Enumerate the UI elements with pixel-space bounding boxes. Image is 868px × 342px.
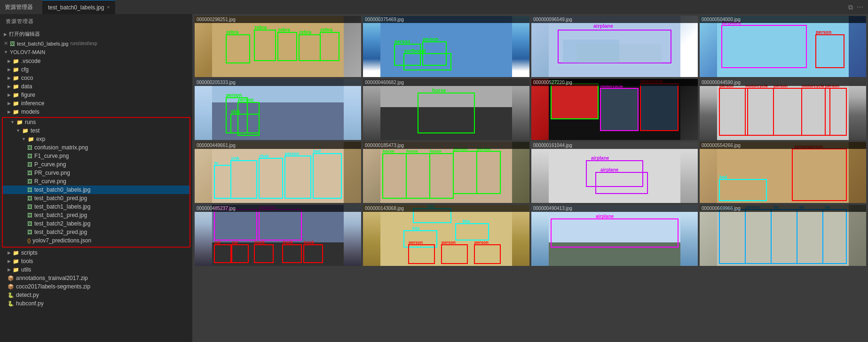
image-preview-14: airplane: [531, 205, 698, 266]
image-icon: 🖼: [27, 145, 32, 150]
sidebar-item-inference[interactable]: ▶ 📁 inference: [0, 99, 192, 108]
folder-icon: 📁: [22, 128, 29, 134]
image-cell-2[interactable]: 000000096549.jpg airplane: [531, 16, 698, 77]
image-cell-8[interactable]: 000000449661.jpg tv sink chair person be…: [195, 142, 361, 203]
open-editors-label: 打开的编辑器: [9, 31, 40, 38]
svg-text:truck: truck: [254, 240, 265, 245]
image-cell-4[interactable]: 000000205333.jpg person person skis: [195, 79, 361, 140]
sidebar-item-test-batch2-labels[interactable]: 🖼 test_batch2_labels.jpg: [3, 219, 189, 228]
svg-text:car: car: [232, 240, 238, 245]
sidebar-item-test-batch0-labels[interactable]: 🖼 test_batch0_labels.jpg: [3, 186, 189, 194]
svg-text:skis: skis: [231, 109, 240, 114]
sidebar-item-hubconf-py[interactable]: 🐍 hubconf.py: [0, 299, 192, 308]
sidebar-item-detect-py[interactable]: 🐍 detect.py: [0, 291, 192, 299]
sidebar-item-test-batch1-labels[interactable]: 🖼 test_batch1_labels.jpg: [3, 202, 189, 211]
folder-icon: 📁: [13, 67, 19, 73]
svg-text:airplane: airplane: [593, 23, 613, 29]
svg-text:horse: horse: [432, 87, 446, 93]
item-label: cfg: [21, 66, 29, 73]
svg-text:zebra: zebra: [299, 30, 312, 35]
sidebar-item-cfg[interactable]: ▶ 📁 cfg: [0, 65, 192, 74]
split-editor-icon[interactable]: ⧉: [848, 3, 853, 11]
svg-text:bed: bed: [719, 175, 727, 179]
image-cell-3[interactable]: 000000504000.jpg airplane person: [700, 16, 866, 77]
image-cell-5[interactable]: 000000460682.jpg horse: [363, 79, 529, 140]
image-preview-9: horse horse horse person person: [363, 142, 529, 203]
svg-text:car: car: [214, 240, 221, 245]
arrow-icon: ▶: [8, 59, 11, 63]
svg-rect-61: [212, 142, 344, 203]
sidebar-item-coco2017-zip[interactable]: 📦 coco2017labels-segments.zip: [0, 282, 192, 291]
folder-icon: 📁: [13, 267, 19, 273]
image-preview-10: airplane airplane: [531, 142, 698, 203]
sidebar-item-test-batch0-pred[interactable]: 🖼 test_batch0_pred.jpg: [3, 194, 189, 202]
item-label: detect.py: [16, 292, 39, 298]
item-label: P_curve.png: [34, 161, 66, 168]
svg-text:person: person: [238, 97, 253, 102]
image-cell-13[interactable]: 000000143068.jpg kite kite kite person p…: [363, 205, 529, 266]
item-label: coco2017labels-segments.zip: [16, 283, 90, 290]
folder-icon: 📁: [13, 109, 19, 115]
folder-icon: 📁: [13, 101, 19, 107]
svg-text:sink: sink: [231, 156, 240, 161]
image-preview-13: kite kite kite person person person: [363, 205, 529, 266]
image-cell-1[interactable]: 000000375469.jpg person person surfboard: [363, 16, 529, 77]
image-cell-9[interactable]: 000000185473.jpg horse horse horse perso…: [363, 142, 529, 203]
sidebar-item-runs[interactable]: ▼ 📁 runs: [3, 118, 189, 126]
more-options-icon[interactable]: ⋯: [857, 3, 863, 11]
svg-rect-127: [717, 205, 849, 266]
python-icon: 🐍: [8, 292, 14, 298]
image-cell-12[interactable]: 000000485237.jpg airplane airplane car c…: [195, 205, 361, 266]
arrow-icon: ▶: [8, 93, 11, 97]
sidebar-item-figure[interactable]: ▶ 📁 figure: [0, 91, 192, 99]
image-cell-14[interactable]: 000000490413.jpg airplane: [531, 205, 698, 266]
sidebar-item-coco[interactable]: ▶ 📁 coco: [0, 74, 192, 82]
image-preview-0: zebra zebra zebra zebra zebra: [195, 16, 361, 77]
sidebar-item-tools[interactable]: ▶ 📁 tools: [0, 257, 192, 265]
folder-icon: 📁: [13, 84, 19, 90]
sidebar-item-yolov7-predictions[interactable]: {} yolov7_predictions.json: [3, 236, 189, 245]
arrow-icon: ▶: [8, 109, 11, 114]
image-cell-15[interactable]: 000000669966.jpg person person tie tie t…: [700, 205, 866, 266]
sidebar-item-confusion-matrix[interactable]: 🖼 confusion_matrix.png: [3, 143, 189, 152]
image-filename-1: 000000375469.jpg: [363, 16, 529, 23]
open-editors-section[interactable]: ▶ 打开的编辑器: [0, 29, 192, 39]
svg-text:chair: chair: [259, 154, 269, 158]
sidebar-item-utils[interactable]: ▶ 📁 utils: [0, 265, 192, 274]
image-cell-6[interactable]: 000000527220.jpg car motorcycle motorcyc…: [531, 79, 698, 140]
sidebar-item-f1-curve[interactable]: 🖼 F1_curve.png: [3, 152, 189, 160]
open-file-path: runs\test\exp: [70, 41, 97, 46]
tab-close-button[interactable]: ×: [107, 5, 110, 10]
sidebar-item-scripts[interactable]: ▶ 📁 scripts: [0, 249, 192, 257]
sidebar-item-data[interactable]: ▶ 📁 data: [0, 82, 192, 91]
sidebar-item-r-curve[interactable]: 🖼 R_curve.png: [3, 177, 189, 186]
tab-test-batch0-labels[interactable]: test_batch0_labels.jpg ×: [42, 0, 115, 14]
open-file-item[interactable]: ✕ 🖼 test_batch0_labels.jpg runs\test\exp: [0, 39, 192, 47]
image-cell-11[interactable]: 000000554266.jpg bed person person: [700, 142, 866, 203]
arrow-icon: ▶: [8, 267, 11, 272]
main-layout: 资源管理器 ▶ 打开的编辑器 ✕ 🖼 test_batch0_labels.jp…: [0, 14, 868, 342]
sidebar-item-exp[interactable]: ▼ 📁 exp: [3, 135, 189, 143]
folder-icon: 📁: [13, 250, 19, 256]
image-cell-7[interactable]: 000000044590.jpg person motorcycle perso…: [700, 79, 866, 140]
image-filename-6: 000000527220.jpg: [531, 79, 698, 86]
sidebar-item-test-batch2-pred[interactable]: 🖼 test_batch2_pred.jpg: [3, 228, 189, 236]
svg-text:person: person: [816, 30, 831, 35]
image-preview-12: airplane airplane car car truck truck tr…: [195, 205, 361, 266]
sidebar-item-test-batch1-pred[interactable]: 🖼 test_batch1_pred.jpg: [3, 211, 189, 219]
svg-text:horse: horse: [406, 149, 418, 154]
sidebar-item-vscode[interactable]: ▶ 📁 .vscode: [0, 57, 192, 65]
image-cell-0[interactable]: 000000298251.jpg zebra zebra zebra zebra…: [195, 16, 361, 77]
root-folder-section[interactable]: ▼ YOLOV7-MAIN: [0, 47, 192, 57]
sidebar-item-annotations-zip[interactable]: 📦 annotations_trainval2017.zip: [0, 274, 192, 282]
zip-icon: 📦: [8, 284, 14, 290]
image-filename-4: 000000205333.jpg: [195, 79, 361, 86]
image-cell-10[interactable]: 000000161044.jpg airplane airplane: [531, 142, 698, 203]
svg-rect-22: [577, 44, 662, 63]
close-icon[interactable]: ✕: [4, 40, 8, 47]
sidebar-item-p-curve[interactable]: 🖼 P_curve.png: [3, 160, 189, 169]
sidebar-item-models[interactable]: ▶ 📁 models: [0, 108, 192, 116]
sidebar-item-test[interactable]: ▼ 📁 test: [3, 126, 189, 135]
sidebar-item-pr-curve[interactable]: 🖼 PR_curve.png: [3, 169, 189, 177]
item-label: utils: [21, 266, 31, 273]
